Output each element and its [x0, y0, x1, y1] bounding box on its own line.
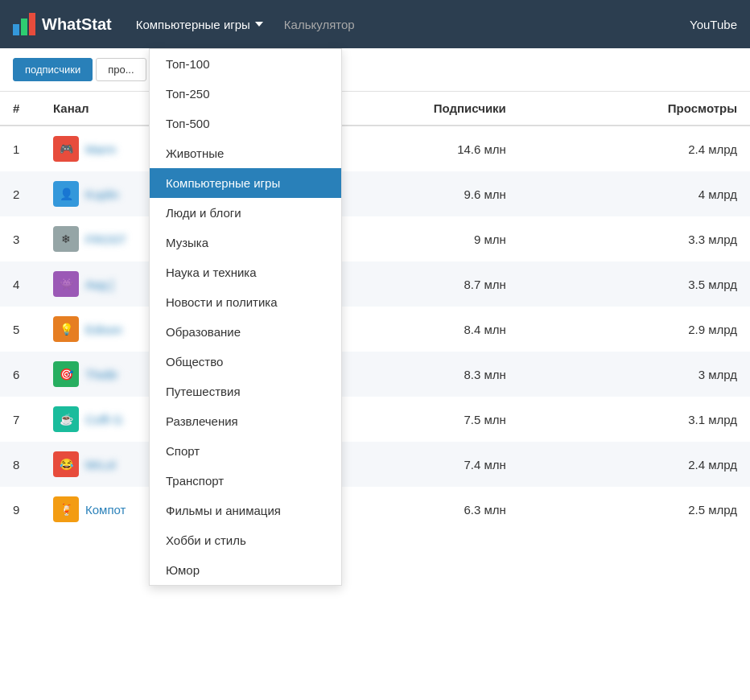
- dropdown-menu-item[interactable]: Юмор: [150, 555, 341, 585]
- table-row: 6🎯TheBr8.3 млн3 млрд: [0, 352, 750, 397]
- table-row: 5💡Edison8.4 млн2.9 млрд: [0, 307, 750, 352]
- views-cell: 3 млрд: [519, 352, 750, 397]
- tab-button[interactable]: подписчики: [13, 58, 93, 81]
- dropdown-menu-item[interactable]: Топ-100: [150, 49, 341, 79]
- views-cell: 3.5 млрд: [519, 261, 750, 307]
- channel-name[interactable]: FROST: [85, 233, 126, 246]
- nav-dropdown-button[interactable]: Компьютерные игры: [128, 13, 271, 36]
- avatar: 😂: [53, 451, 79, 477]
- logo-icon: [13, 13, 35, 35]
- dropdown-menu-item[interactable]: Топ-250: [150, 79, 341, 109]
- col-rank: #: [0, 92, 40, 126]
- table-row: 1🎮Marm14.6 млн2.4 млрд: [0, 126, 750, 171]
- svg-rect-0: [13, 24, 19, 35]
- views-cell: 2.4 млрд: [519, 442, 750, 487]
- rank-cell: 1: [0, 126, 40, 171]
- channel-name[interactable]: Kuplin: [85, 187, 119, 201]
- rank-cell: 5: [0, 307, 40, 352]
- dropdown-menu: Топ-100Топ-250Топ-500ЖивотныеКомпьютерны…: [149, 48, 342, 586]
- dropdown-menu-item[interactable]: Транспорт: [150, 466, 341, 496]
- table-row: 3❄FROST9 млн3.3 млрд: [0, 216, 750, 261]
- dropdown-menu-item[interactable]: Спорт: [150, 436, 341, 466]
- dropdown-menu-item[interactable]: Наука и техника: [150, 257, 341, 287]
- col-views: Просмотры: [519, 92, 750, 126]
- dropdown-arrow-icon: [255, 22, 263, 27]
- dropdown-menu-item[interactable]: Новости и политика: [150, 287, 341, 317]
- views-cell: 4 млрд: [519, 171, 750, 216]
- channel-name[interactable]: Edison: [85, 323, 122, 336]
- dropdown-menu-item[interactable]: Образование: [150, 317, 341, 347]
- channel-name[interactable]: Marm: [85, 142, 116, 156]
- channel-name[interactable]: Coffi G: [85, 413, 122, 426]
- dropdown-menu-item[interactable]: Фильмы и анимация: [150, 496, 341, 525]
- rank-cell: 8: [0, 442, 40, 487]
- avatar: 👾: [53, 271, 79, 297]
- dropdown-menu-item[interactable]: Компьютерные игры: [150, 168, 341, 198]
- dropdown-menu-item[interactable]: Путешествия: [150, 377, 341, 406]
- avatar: 🍹: [53, 496, 79, 522]
- dropdown-menu-item[interactable]: Общество: [150, 347, 341, 377]
- dropdown-menu-item[interactable]: Люди и блоги: [150, 198, 341, 228]
- channel-name[interactable]: TheBr: [85, 368, 118, 381]
- table-container: # Канал Подписчики Просмотры 1🎮Marm14.6 …: [0, 92, 750, 532]
- views-cell: 2.4 млрд: [519, 126, 750, 171]
- rank-cell: 7: [0, 397, 40, 442]
- rank-cell: 3: [0, 216, 40, 261]
- views-cell: 2.5 млрд: [519, 487, 750, 532]
- table-row: 2👤Kuplin9.6 млн4 млрд: [0, 171, 750, 216]
- dropdown-menu-item[interactable]: Животные: [150, 138, 341, 168]
- channel-name[interactable]: Аид [: [85, 278, 113, 291]
- avatar: 👤: [53, 181, 79, 207]
- dropdown-menu-item[interactable]: Хобби и стиль: [150, 525, 341, 555]
- channel-name[interactable]: MrLol: [85, 458, 116, 471]
- svg-rect-2: [29, 13, 35, 35]
- avatar: 🎯: [53, 361, 79, 387]
- tab-button[interactable]: про...: [96, 58, 146, 81]
- rank-cell: 2: [0, 171, 40, 216]
- rank-cell: 9: [0, 487, 40, 532]
- rank-cell: 4: [0, 261, 40, 307]
- logo-text: WhatStat: [42, 15, 112, 34]
- rankings-table: # Канал Подписчики Просмотры 1🎮Marm14.6 …: [0, 92, 750, 532]
- avatar: ☕: [53, 406, 79, 432]
- avatar: 💡: [53, 316, 79, 342]
- header: WhatStat Компьютерные игры Калькулятор Y…: [0, 0, 750, 48]
- rank-cell: 6: [0, 352, 40, 397]
- logo-area: WhatStat: [13, 13, 112, 35]
- table-row: 9🍹Компот6.3 млн2.5 млрд: [0, 487, 750, 532]
- dropdown-menu-item[interactable]: Развлечения: [150, 406, 341, 436]
- table-header-row: # Канал Подписчики Просмотры: [0, 92, 750, 126]
- svg-rect-1: [21, 19, 27, 35]
- avatar: ❄: [53, 226, 79, 252]
- views-cell: 2.9 млрд: [519, 307, 750, 352]
- avatar: 🎮: [53, 136, 79, 162]
- dropdown-menu-item[interactable]: Топ-500: [150, 109, 341, 138]
- table-row: 7☕Coffi G7.5 млн3.1 млрд: [0, 397, 750, 442]
- views-cell: 3.3 млрд: [519, 216, 750, 261]
- nav-dropdown-label: Компьютерные игры: [136, 18, 250, 31]
- youtube-link[interactable]: YouTube: [690, 18, 737, 31]
- tabs-area: подписчикипро...: [0, 48, 750, 92]
- table-row: 8😂MrLol7.4 млн2.4 млрд: [0, 442, 750, 487]
- calculator-link[interactable]: Калькулятор: [284, 18, 355, 31]
- channel-name[interactable]: Компот: [85, 503, 126, 517]
- views-cell: 3.1 млрд: [519, 397, 750, 442]
- dropdown-menu-item[interactable]: Музыка: [150, 228, 341, 257]
- table-row: 4👾Аид [8.7 млн3.5 млрд: [0, 261, 750, 307]
